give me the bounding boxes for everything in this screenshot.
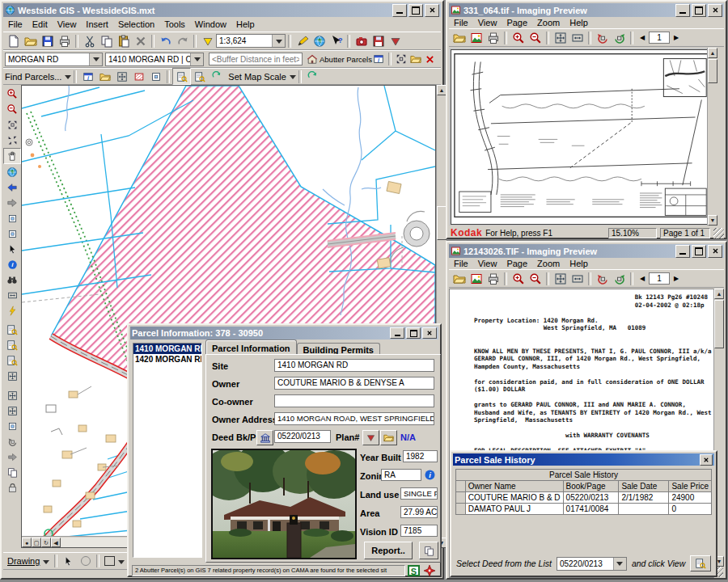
- refresh-button[interactable]: [208, 69, 225, 84]
- scroll-down-button[interactable]: ▼: [708, 215, 717, 226]
- arctoolbox-button[interactable]: [311, 33, 328, 48]
- grid-tool[interactable]: [4, 465, 20, 479]
- parcel-info-titlebar[interactable]: Parcel Information: 378 - 30950: [130, 327, 438, 340]
- print-button[interactable]: [485, 30, 502, 45]
- owner-address-value[interactable]: 1410 MORGAN ROAD, WEST SPRINGFIELD, MA,: [274, 412, 434, 425]
- zoom-in-button[interactable]: [510, 271, 527, 286]
- zoom-out-button[interactable]: [527, 271, 544, 286]
- area-value[interactable]: 27.99 AC: [400, 506, 438, 518]
- fixed-zoom-in-tool[interactable]: [4, 117, 20, 132]
- next-page-button[interactable]: ▶: [670, 30, 683, 45]
- prev-page-button[interactable]: ◀: [636, 271, 649, 286]
- rotate-right-button[interactable]: [611, 30, 628, 45]
- identify-tool[interactable]: [4, 257, 20, 272]
- hyperlink-tool[interactable]: [4, 303, 20, 318]
- col-book-page[interactable]: Book/Page: [563, 481, 619, 492]
- menu-view[interactable]: View: [473, 17, 502, 28]
- plan-folder-button[interactable]: [380, 430, 397, 445]
- menu-page[interactable]: Page: [502, 258, 532, 269]
- zoom-in-tool[interactable]: [4, 86, 20, 101]
- image-properties-button[interactable]: [468, 271, 485, 286]
- select-elements-tool[interactable]: [4, 226, 20, 241]
- row-stub[interactable]: [456, 504, 466, 515]
- prev-page-button[interactable]: ◀: [636, 30, 649, 45]
- open-button[interactable]: [451, 271, 468, 286]
- redo-button[interactable]: [174, 33, 191, 48]
- add-data-button[interactable]: [199, 33, 216, 48]
- flag-info-button[interactable]: [79, 69, 96, 84]
- layout-view-tab[interactable]: ▢: [32, 538, 41, 547]
- table-row[interactable]: DAMATO PAUL J 01741/0084 0: [456, 504, 712, 515]
- rotate-view-tool[interactable]: [4, 434, 20, 449]
- print-button[interactable]: [56, 33, 73, 48]
- parcel-address-list[interactable]: 1410 MORGAN RD 1420 MORGAN RD: [133, 343, 202, 558]
- refresh-view-tab[interactable]: ↻: [41, 538, 51, 547]
- forward-extent-tool[interactable]: [4, 196, 20, 210]
- menu-view[interactable]: View: [473, 258, 502, 269]
- data-view-tab[interactable]: ●: [22, 538, 32, 547]
- preview-deed-titlebar[interactable]: 12143026.TIF - Imaging Preview: [449, 244, 724, 258]
- deed-dropdown-arrow[interactable]: [613, 558, 626, 570]
- menu-selection[interactable]: Selection: [113, 19, 159, 30]
- table-row[interactable]: COUTURE MARIO B & D 05220/0213 2/1/1982 …: [456, 492, 712, 504]
- menu-insert[interactable]: Insert: [81, 19, 113, 30]
- col-owner-name[interactable]: Owner Name: [465, 481, 563, 492]
- delete-button[interactable]: [132, 33, 149, 48]
- restore-button[interactable]: [406, 327, 421, 339]
- compass-badge[interactable]: [422, 564, 437, 577]
- fit-width-button[interactable]: [569, 30, 586, 45]
- full-extent-tool[interactable]: [4, 165, 20, 179]
- scroll-up-button[interactable]: ▲: [714, 289, 724, 299]
- extent-box-button[interactable]: [147, 69, 164, 84]
- buffer-distance-input[interactable]: [209, 53, 303, 65]
- col-sale-price[interactable]: Sale Price: [669, 481, 712, 492]
- view-deed-button[interactable]: [690, 555, 711, 571]
- scroll-left-button[interactable]: ◀: [51, 538, 61, 547]
- zoom-selected-button[interactable]: [394, 52, 408, 67]
- select-features-tool[interactable]: [4, 211, 20, 226]
- maximize-button[interactable]: [692, 245, 706, 258]
- menu-help[interactable]: Help: [565, 17, 593, 28]
- pointer-tool[interactable]: [4, 242, 20, 256]
- plan-v-scrollbar[interactable]: ▲ ▼: [707, 48, 717, 226]
- cut-button[interactable]: [81, 33, 98, 48]
- zoom-window-tool-3[interactable]: [4, 419, 20, 433]
- draw-shape-tool[interactable]: [102, 554, 126, 569]
- hatch-layer-button[interactable]: [130, 69, 147, 84]
- scale-dropdown-arrow[interactable]: [272, 35, 285, 47]
- open-button[interactable]: [451, 30, 468, 45]
- menu-edit[interactable]: Edit: [28, 19, 53, 30]
- minimize-button[interactable]: [390, 327, 404, 339]
- row-stub[interactable]: [456, 492, 466, 504]
- menu-file[interactable]: File: [3, 19, 28, 30]
- zoning-value[interactable]: RA: [381, 469, 421, 481]
- fit-page-button[interactable]: [552, 30, 569, 45]
- menu-file[interactable]: File: [449, 258, 473, 269]
- draw-rotate-tool[interactable]: [77, 554, 94, 569]
- zoom-out-button[interactable]: [527, 30, 544, 45]
- plan-document-area[interactable]: ▲ ▼: [449, 48, 717, 226]
- close-button[interactable]: [700, 454, 713, 466]
- find-tool[interactable]: [4, 272, 20, 287]
- deed-bkpg-value[interactable]: 05220/0213: [274, 430, 331, 443]
- list-item[interactable]: 1420 MORGAN RD: [133, 354, 201, 365]
- next-view-tool[interactable]: [4, 449, 20, 464]
- print-button[interactable]: [485, 271, 502, 286]
- menu-view[interactable]: View: [53, 19, 82, 30]
- layer-folder-button[interactable]: [96, 69, 113, 84]
- sale-history-titlebar[interactable]: Parcel Sale History: [453, 453, 714, 466]
- list-item-selected[interactable]: 1410 MORGAN RD: [133, 344, 201, 354]
- clear-selection-button[interactable]: [423, 52, 438, 67]
- save-button[interactable]: [39, 33, 56, 48]
- close-button[interactable]: [708, 4, 722, 17]
- street-combo[interactable]: MORGAN RD: [5, 53, 103, 66]
- menu-file[interactable]: File: [449, 17, 473, 28]
- year-built-value[interactable]: 1982: [403, 450, 438, 462]
- fixed-zoom-out-tool[interactable]: [4, 133, 20, 147]
- hotlink-camera-button[interactable]: [353, 33, 370, 48]
- page-number-field[interactable]: 1: [649, 32, 670, 44]
- overview-window-tool[interactable]: [4, 353, 20, 368]
- magnify-doc-button[interactable]: [172, 68, 191, 85]
- whats-this-button[interactable]: [328, 33, 345, 48]
- new-button[interactable]: [5, 33, 22, 48]
